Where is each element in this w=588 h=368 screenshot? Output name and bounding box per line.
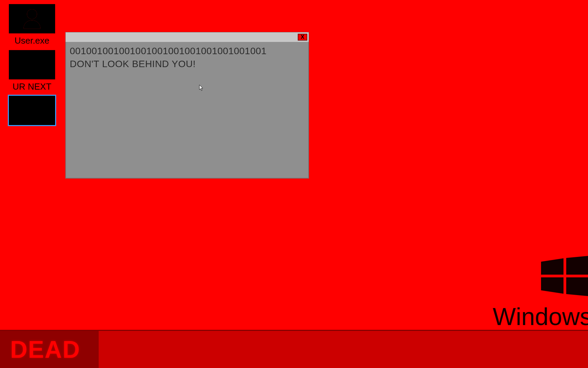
icon-label-user-exe: User.exe <box>8 35 56 47</box>
popup-window[interactable]: X 001001001001001001001001001001001001 D… <box>65 32 309 179</box>
svg-marker-3 <box>566 256 588 275</box>
windows-logo-icon <box>541 256 588 296</box>
desktop-icon-user-exe[interactable]: User.exe <box>5 3 59 47</box>
desktop-icon-blank[interactable] <box>5 95 59 135</box>
svg-marker-4 <box>541 277 564 294</box>
taskbar[interactable]: DEAD <box>0 330 588 368</box>
watermark: Windows <box>493 256 588 331</box>
desktop: User.exe UR NEXT X 001001001001001001001… <box>0 0 588 368</box>
icon-thumbnail-user-exe <box>8 3 56 34</box>
popup-titlebar[interactable]: X <box>66 32 309 42</box>
icon-label-blank <box>8 127 56 135</box>
close-button[interactable]: X <box>298 34 307 41</box>
close-icon: X <box>301 34 305 40</box>
icon-thumbnail-blank <box>8 95 56 126</box>
svg-point-1 <box>27 9 37 19</box>
icon-label-ur-next: UR NEXT <box>8 81 56 93</box>
popup-line-warning: DON'T LOOK BEHIND YOU! <box>70 58 305 71</box>
desktop-icons-column: User.exe UR NEXT <box>5 3 59 137</box>
start-button-label: DEAD <box>10 336 80 363</box>
start-button[interactable]: DEAD <box>0 331 99 368</box>
watermark-text: Windows <box>493 303 588 331</box>
popup-body: 001001001001001001001001001001001001 DON… <box>66 42 309 178</box>
svg-marker-5 <box>566 277 588 296</box>
popup-line-binary: 001001001001001001001001001001001001 <box>70 45 305 58</box>
user-icon <box>20 6 44 31</box>
icon-thumbnail-ur-next <box>8 49 56 80</box>
desktop-icon-ur-next[interactable]: UR NEXT <box>5 49 59 93</box>
svg-marker-2 <box>541 258 564 275</box>
